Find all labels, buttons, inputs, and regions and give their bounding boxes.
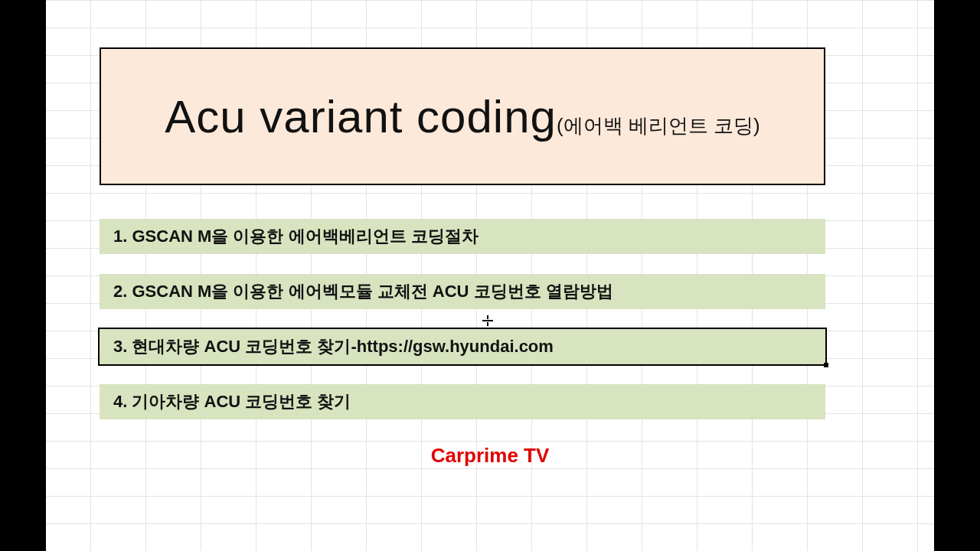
pillarbox-left [0,0,46,551]
title-sub: (에어백 베리언트 코딩) [557,114,760,137]
pillarbox-right [934,0,980,551]
list-item[interactable]: 4. 기아차량 ACU 코딩번호 찾기 [100,384,825,419]
list-item[interactable]: 3. 현대차량 ACU 코딩번호 찾기-https://gsw.hyundai.… [100,329,825,364]
list-item-label: 4. 기아차량 ACU 코딩번호 찾기 [113,390,351,413]
list-item[interactable]: 1. GSCAN M을 이용한 에어백베리언트 코딩절차 [100,219,825,254]
title-main: Acu variant coding [165,91,557,142]
list-item[interactable]: 2. GSCAN M을 이용한 에어벡모듈 교체전 ACU 코딩번호 열람방법 [100,274,825,309]
list-item-label: 2. GSCAN M을 이용한 에어벡모듈 교체전 ACU 코딩번호 열람방법 [113,280,613,303]
list-item-label: 3. 현대차량 ACU 코딩번호 찾기-https://gsw.hyundai.… [113,335,554,358]
footer-brand: Carprime TV [46,444,934,468]
spreadsheet-area[interactable]: Acu variant coding(에어백 베리언트 코딩) 1. GSCAN… [46,0,934,551]
list-item-label: 1. GSCAN M을 이용한 에어백베리언트 코딩절차 [113,225,479,248]
stage: Acu variant coding(에어백 베리언트 코딩) 1. GSCAN… [0,0,980,551]
title-box: Acu variant coding(에어백 베리언트 코딩) [100,47,825,185]
title-text: Acu variant coding(에어백 베리언트 코딩) [165,90,760,143]
